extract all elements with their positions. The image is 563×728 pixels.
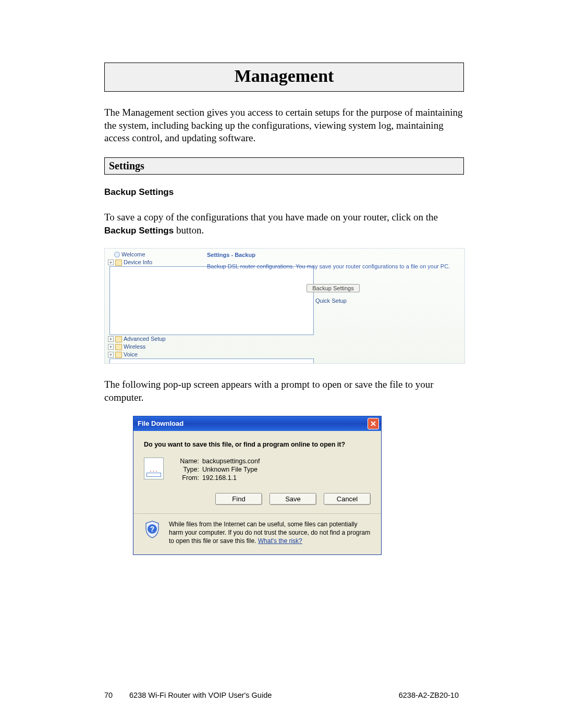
dialog-title: File Download bbox=[138, 419, 183, 427]
tree-node[interactable]: +Device Info bbox=[108, 258, 202, 266]
tree-node[interactable]: Diagnostics bbox=[108, 359, 202, 364]
chapter-title-box: Management bbox=[104, 63, 464, 92]
folder-icon bbox=[115, 260, 122, 266]
nav-tree: Welcome+Device Info Quick Setup+Advanced… bbox=[105, 249, 202, 363]
name-value: backupsettings.conf bbox=[202, 458, 260, 465]
body-para-2: The following pop-up screen appears with… bbox=[104, 378, 464, 404]
dialog-warning: ? While files from the Internet can be u… bbox=[144, 514, 371, 549]
backup-settings-button[interactable]: Backup Settings bbox=[307, 284, 360, 292]
find-button[interactable]: Find bbox=[215, 493, 262, 505]
tree-node[interactable]: +Advanced Setup bbox=[108, 335, 202, 343]
body-para-1: To save a copy of the configurations tha… bbox=[104, 211, 464, 237]
close-button[interactable] bbox=[368, 418, 379, 429]
page-footer: 70 6238 Wi-Fi Router with VOIP User's Gu… bbox=[104, 691, 459, 699]
tree-node-label: Device Info bbox=[124, 258, 152, 266]
tree-node[interactable]: +Wireless bbox=[108, 343, 202, 351]
cancel-button[interactable]: Cancel bbox=[324, 493, 371, 505]
chapter-title: Management bbox=[105, 66, 463, 86]
close-icon bbox=[370, 421, 376, 427]
folder-icon bbox=[115, 352, 122, 358]
svg-text:?: ? bbox=[150, 525, 155, 533]
dialog-question: Do you want to save this file, or find a… bbox=[144, 440, 371, 449]
panel-title: Settings - Backup bbox=[207, 252, 459, 258]
save-button[interactable]: Save bbox=[270, 493, 316, 505]
expand-icon[interactable]: + bbox=[108, 260, 114, 265]
intro-paragraph: The Management section gives you access … bbox=[104, 106, 464, 145]
dialog-titlebar: File Download bbox=[133, 416, 381, 431]
type-label: Type: bbox=[172, 466, 202, 473]
folder-icon bbox=[115, 344, 122, 350]
page-number: 70 bbox=[104, 691, 129, 699]
dialog-body: Do you want to save this file, or find a… bbox=[133, 431, 381, 554]
tree-node-label: Wireless bbox=[124, 343, 145, 351]
ball-icon bbox=[114, 252, 120, 257]
tree-node[interactable]: Welcome bbox=[108, 251, 202, 258]
tree-node-label: Voice bbox=[124, 351, 138, 359]
from-value: 192.168.1.1 bbox=[202, 474, 237, 482]
footer-doc-code: 6238-A2-ZB20-10 bbox=[399, 691, 459, 699]
router-main-panel: Settings - Backup Backup DSL router conf… bbox=[202, 249, 464, 363]
whats-the-risk-link[interactable]: What's the risk? bbox=[258, 537, 302, 545]
shield-question-icon: ? bbox=[144, 520, 161, 539]
type-value: Unknown File Type bbox=[202, 466, 258, 473]
tree-node[interactable]: +Voice bbox=[108, 351, 202, 359]
footer-guide-title: 6238 Wi-Fi Router with VOIP User's Guide bbox=[129, 691, 399, 699]
expand-icon[interactable]: + bbox=[108, 336, 114, 342]
file-download-dialog: File Download Do you want to save this f… bbox=[133, 416, 382, 555]
expand-icon[interactable]: + bbox=[108, 352, 114, 357]
folder-icon bbox=[115, 336, 122, 342]
expander-spacer bbox=[108, 252, 113, 257]
file-fields: Name:backupsettings.conf Type:Unknown Fi… bbox=[172, 456, 260, 483]
file-info-row: • • • Name:backupsettings.conf Type:Unkn… bbox=[144, 456, 371, 483]
panel-description: Backup DSL router configurations. You ma… bbox=[207, 263, 459, 269]
tree-node[interactable]: Quick Setup bbox=[108, 266, 202, 335]
router-admin-screenshot: Welcome+Device Info Quick Setup+Advanced… bbox=[104, 248, 465, 364]
warning-text: While files from the Internet can be use… bbox=[169, 520, 371, 546]
section-header: Settings bbox=[104, 157, 464, 175]
subsection-heading: Backup Settings bbox=[104, 187, 464, 198]
section-title: Settings bbox=[109, 160, 459, 172]
from-label: From: bbox=[172, 474, 202, 482]
tree-node-label: Advanced Setup bbox=[124, 335, 166, 343]
dialog-buttons: Find Save Cancel bbox=[144, 493, 371, 505]
name-label: Name: bbox=[172, 458, 202, 465]
file-icon: • • • bbox=[144, 458, 164, 479]
expand-icon[interactable]: + bbox=[108, 344, 114, 350]
tree-node-label: Welcome bbox=[121, 251, 145, 258]
